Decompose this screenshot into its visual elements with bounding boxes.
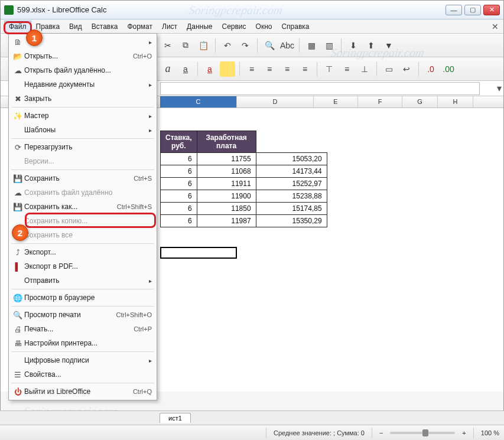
menu-window[interactable]: Окно (251, 21, 277, 32)
menu-export[interactable]: ⤴ Экспорт... (9, 245, 157, 259)
valign-bot-icon[interactable]: ⊥ (357, 61, 372, 77)
table-row[interactable]: 61106814173,44 (161, 165, 327, 178)
menu-data[interactable]: Данные (182, 21, 217, 32)
cut-icon[interactable]: ✂ (160, 38, 175, 53)
undo-icon[interactable]: ↶ (220, 38, 235, 53)
globe-icon: 🌐 (11, 294, 24, 302)
menu-printer-settings[interactable]: 🖶 Настройки принтера... (9, 336, 157, 350)
pdf-icon: ▌ (11, 262, 24, 271)
sheet-tab[interactable]: ист1 (160, 413, 191, 423)
spellcheck-icon[interactable]: Abc (279, 38, 295, 53)
col-header-h[interactable]: H (438, 96, 473, 107)
menu-print[interactable]: 🖨 Печать... Ctrl+P (9, 322, 157, 336)
menu-help[interactable]: Справка (277, 21, 314, 32)
menu-open[interactable]: 📂 Открыть... Ctrl+O (9, 49, 157, 63)
menu-tools[interactable]: Сервис (217, 21, 251, 32)
table-row[interactable]: 61185015174,85 (161, 203, 327, 215)
col-header-d[interactable]: D (237, 96, 314, 107)
separator (257, 38, 258, 53)
merge-icon[interactable]: ▭ (381, 61, 396, 77)
valign-top-icon[interactable]: ⊤ (321, 61, 337, 77)
menu-properties[interactable]: ☰ Свойства... (9, 367, 157, 382)
zoom-level[interactable]: 100 % (481, 429, 499, 436)
app-icon (4, 5, 14, 15)
menu-separator (11, 243, 154, 244)
highlight-icon[interactable] (220, 61, 235, 77)
col-header-g[interactable]: G (402, 96, 438, 107)
valign-mid-icon[interactable]: ≡ (339, 61, 355, 77)
menu-save[interactable]: 💾 Сохранить Ctrl+S (9, 171, 157, 185)
menubar: Файл Правка Вид Вставка Формат Лист Данн… (1, 19, 503, 34)
wizard-icon: ✨ (11, 112, 24, 120)
table-row[interactable]: 61175515053,20 (161, 153, 327, 165)
menu-reload[interactable]: ⟳ Перезагрузить (9, 140, 157, 154)
cloud-open-icon: ☁ (11, 66, 24, 75)
italic-icon[interactable]: a (160, 61, 175, 77)
row-icon[interactable]: ▦ (304, 38, 319, 53)
col-header-e[interactable]: E (314, 96, 358, 107)
menu-wizard[interactable]: ✨ Мастер ▸ (9, 109, 157, 123)
table-row[interactable]: 61191115252,97 (161, 178, 327, 190)
zoom-in-icon[interactable]: + (462, 429, 466, 436)
minimize-button[interactable]: — (446, 5, 462, 15)
zoom-out-icon[interactable]: − (379, 429, 383, 436)
separator (299, 38, 300, 53)
close-document-icon[interactable]: ✕ (492, 22, 499, 31)
menu-recent[interactable]: Недавние документы ▸ (9, 77, 157, 92)
new-icon: 🗎 (11, 38, 24, 47)
decrease-decimal-icon[interactable]: .0 (423, 61, 438, 77)
font-color-icon[interactable]: a (202, 61, 217, 77)
close-icon: ✖ (11, 94, 24, 103)
menu-separator (11, 306, 154, 307)
col-header-f[interactable]: F (358, 96, 402, 107)
underline-icon[interactable]: a (178, 61, 193, 77)
menu-save-as[interactable]: 💾 Сохранить как... Ctrl+Shift+S (9, 200, 157, 214)
menu-view[interactable]: Вид (64, 21, 87, 32)
sort-desc-icon[interactable]: ⬆ (363, 38, 379, 53)
annotation-badge-2: 2 (12, 224, 28, 241)
menu-exit[interactable]: ⏻ Выйти из LibreOffice Ctrl+Q (9, 384, 157, 399)
menu-print-preview[interactable]: 🔍 Просмотр печати Ctrl+Shift+O (9, 308, 157, 322)
menu-signatures[interactable]: Цифровые подписи ▸ (9, 353, 157, 367)
align-left-icon[interactable]: ≡ (244, 61, 259, 77)
save-remote-icon: ☁ (11, 188, 24, 197)
filter-icon[interactable]: ▼ (381, 38, 396, 53)
formula-dropdown-icon[interactable]: ▾ (495, 83, 503, 94)
menu-send[interactable]: Отправить ▸ (9, 273, 157, 288)
menu-sheet[interactable]: Лист (157, 21, 182, 32)
search-icon[interactable]: 🔍 (262, 38, 277, 53)
col-icon[interactable]: ▥ (321, 38, 337, 53)
separator (317, 62, 317, 76)
menu-close[interactable]: ✖ Закрыть (9, 92, 157, 106)
align-right-icon[interactable]: ≡ (279, 61, 295, 77)
menu-separator (11, 138, 154, 139)
data-table: Ставка, руб. Заработная плата 6117551505… (160, 131, 327, 227)
sort-asc-icon[interactable]: ⬇ (346, 38, 361, 53)
maximize-button[interactable]: ▢ (464, 5, 481, 15)
col-header-c[interactable]: C (160, 96, 237, 107)
align-justify-icon[interactable]: ≡ (297, 61, 313, 77)
zoom-slider[interactable] (390, 432, 455, 434)
menu-export-pdf[interactable]: ▌ Экспорт в PDF... (9, 259, 157, 273)
menu-format[interactable]: Формат (122, 21, 157, 32)
menu-preview-browser[interactable]: 🌐 Просмотр в браузере (9, 291, 157, 305)
paste-icon[interactable]: 📋 (196, 38, 211, 53)
menu-templates[interactable]: Шаблоны ▸ (9, 123, 157, 137)
menu-file[interactable]: Файл (4, 21, 31, 32)
menu-insert[interactable]: Вставка (87, 21, 123, 32)
separator (197, 62, 198, 76)
redo-icon[interactable]: ↷ (238, 38, 253, 53)
wrap-icon[interactable]: ↩ (399, 61, 414, 77)
properties-icon: ☰ (11, 370, 24, 379)
close-button[interactable]: ✕ (483, 5, 500, 15)
separator (239, 62, 240, 76)
chevron-right-icon: ▸ (149, 82, 152, 88)
table-row[interactable]: 61198715350,29 (161, 215, 327, 227)
copy-icon[interactable]: ⧉ (178, 38, 193, 53)
table-row[interactable]: 61190015238,88 (161, 190, 327, 203)
annotation-badge-1: 1 (26, 30, 43, 46)
menu-open-remote[interactable]: ☁ Открыть файл удалённо... (9, 63, 157, 77)
increase-decimal-icon[interactable]: .00 (441, 61, 456, 77)
formula-input[interactable] (160, 82, 480, 95)
align-center-icon[interactable]: ≡ (262, 61, 277, 77)
